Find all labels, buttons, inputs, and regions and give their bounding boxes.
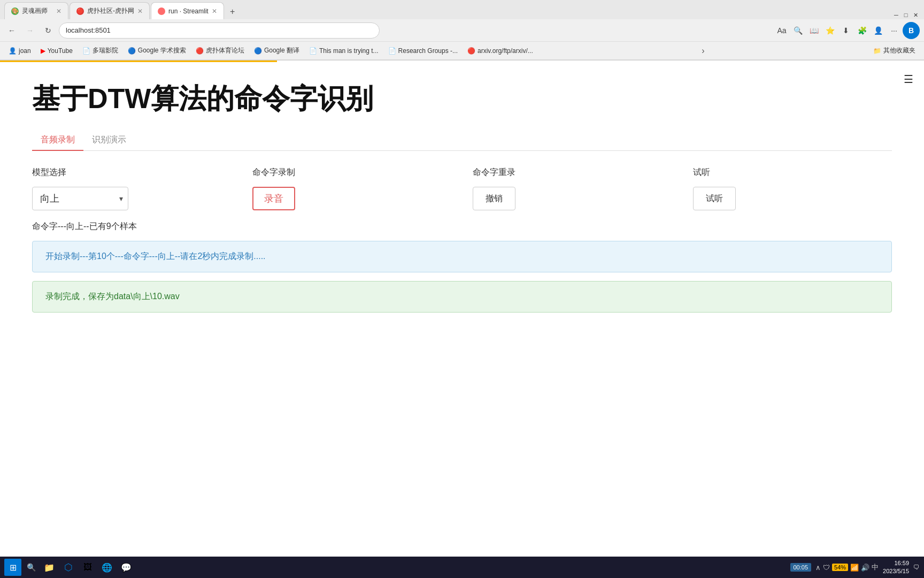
tab-title: 灵魂画师 — [22, 6, 48, 16]
bookmark-duorui[interactable]: 📄 多瑞影院 — [78, 45, 122, 56]
status-text: 命令字---向上--已有9个样本 — [32, 221, 892, 232]
bookmarks-overflow[interactable]: › — [699, 45, 706, 57]
info-message-box: 开始录制---第10个---命令字---向上--请在2秒内完成录制..... — [32, 241, 892, 272]
listen-button[interactable]: 试听 — [693, 187, 736, 210]
bookmark-research-groups[interactable]: 📄 Research Groups -... — [384, 46, 462, 56]
listen-section: 试听 试听 — [693, 167, 892, 210]
forward-button[interactable]: → — [22, 23, 37, 38]
folder-label: 其他收藏夹 — [883, 46, 915, 55]
info-message-text: 开始录制---第10个---命令字---向上--请在2秒内完成录制..... — [45, 252, 266, 261]
listen-label: 试听 — [693, 167, 892, 178]
tab-linghuang[interactable]: 🎨 灵魂画师 ✕ — [4, 2, 68, 19]
read-aloud-icon[interactable]: Aa — [774, 23, 789, 38]
toolbar-icons: Aa 🔍 📖 ⭐ ⬇ 🧩 👤 ··· B — [774, 22, 920, 39]
bookmark-google-scholar[interactable]: 🔵 Google 学术搜索 — [124, 45, 190, 56]
bookmark-icon: 👤 — [9, 47, 17, 55]
rerecord-label: 命令字重录 — [473, 167, 672, 178]
address-input[interactable] — [59, 22, 380, 39]
bookmark-google-translate[interactable]: 🔵 Google 翻译 — [250, 45, 304, 56]
record-label: 命令字录制 — [252, 167, 451, 178]
tab-icon: 🔴 — [76, 7, 84, 15]
bookmark-arxiv[interactable]: 🔴 arxiv.org/ftp/arxiv/... — [463, 46, 537, 56]
tab-title: 虎扑社区-虎扑网 — [87, 6, 134, 16]
bookmark-label: Google 学术搜索 — [138, 46, 186, 55]
arxiv-icon: 🔴 — [467, 47, 475, 55]
bookmark-icon: 📄 — [82, 47, 90, 55]
tab-hupu[interactable]: 🔴 虎扑社区-虎扑网 ✕ — [70, 2, 150, 19]
bookmark-label: 多瑞影院 — [93, 46, 118, 55]
google-icon: 🔵 — [128, 47, 136, 55]
bookmark-hupu-sports[interactable]: 🔴 虎扑体育论坛 — [191, 45, 249, 56]
page-content: ☰ 基于DTW算法的命令字识别 音频录制 识别演示 模型选择 向上 向下 向左 … — [0, 62, 924, 537]
downloads-icon[interactable]: ⬇ — [838, 23, 853, 38]
bookmark-joan[interactable]: 👤 joan — [4, 46, 35, 56]
translate-icon: 🔵 — [254, 47, 262, 55]
bookmark-icon: 📄 — [309, 47, 317, 55]
model-label: 模型选择 — [32, 167, 231, 178]
bookmark-icon: 📄 — [388, 47, 396, 55]
new-tab-button[interactable]: + — [225, 4, 240, 19]
record-button[interactable]: 录音 — [252, 187, 295, 210]
success-message-text: 录制完成，保存为data\向上\10.wav — [45, 292, 180, 301]
bookmark-youtube[interactable]: ▶ YouTube — [36, 46, 77, 56]
minimize-button[interactable]: ─ — [892, 11, 900, 19]
tab-recognition-demo[interactable]: 识别演示 — [83, 130, 135, 151]
tab-icon — [158, 7, 165, 15]
tab-audio-record[interactable]: 音频录制 — [32, 130, 83, 151]
immersive-reader-icon[interactable]: 📖 — [806, 23, 821, 38]
select-wrapper: 向上 向下 向左 向右 ▾ — [32, 187, 128, 210]
record-section: 命令字录制 录音 — [252, 167, 451, 210]
bookmark-label: 虎扑体育论坛 — [206, 46, 244, 55]
tabs-nav: 音频录制 识别演示 — [32, 130, 892, 151]
controls-grid: 模型选择 向上 向下 向左 向右 ▾ 命令字录制 录音 命令字重录 撤销 试听 — [32, 167, 892, 210]
hamburger-menu[interactable]: ☰ — [904, 73, 913, 86]
bookmark-label: YouTube — [48, 47, 73, 55]
bookmark-folder[interactable]: 📁 其他收藏夹 — [869, 45, 920, 56]
address-bar-row: ← → ↻ Aa 🔍 📖 ⭐ ⬇ 🧩 👤 ··· B — [0, 19, 924, 42]
bookmark-icon: 🔴 — [196, 47, 204, 55]
favorites-icon[interactable]: ⭐ — [822, 23, 837, 38]
zoom-icon[interactable]: 🔍 — [790, 23, 805, 38]
model-select[interactable]: 向上 向下 向左 向右 — [32, 187, 128, 210]
bookmark-label: Research Groups -... — [398, 47, 458, 55]
svg-point-0 — [159, 9, 164, 14]
browser-chrome: 🎨 灵魂画师 ✕ 🔴 虎扑社区-虎扑网 ✕ run · Streamlit ✕ … — [0, 0, 924, 60]
bookmark-thisman[interactable]: 📄 This man is trying t... — [305, 46, 383, 56]
tab-icon: 🎨 — [11, 7, 19, 15]
back-button[interactable]: ← — [4, 23, 19, 38]
bookmark-label: Google 翻译 — [264, 46, 299, 55]
tab-title: run · Streamlit — [168, 7, 209, 15]
tab-close[interactable]: ✕ — [56, 7, 61, 15]
tab-close[interactable]: ✕ — [212, 7, 217, 15]
tabs-bar: 🎨 灵魂画师 ✕ 🔴 虎扑社区-虎扑网 ✕ run · Streamlit ✕ … — [0, 0, 924, 19]
close-button[interactable]: ✕ — [911, 11, 920, 19]
tab-streamlit[interactable]: run · Streamlit ✕ — [151, 2, 224, 19]
folder-icon: 📁 — [873, 47, 881, 55]
profile-icon[interactable]: 👤 — [871, 23, 886, 38]
bookmark-label: This man is trying t... — [319, 47, 379, 55]
bookmark-label: arxiv.org/ftp/arxiv/... — [478, 47, 533, 55]
tab-close[interactable]: ✕ — [137, 7, 143, 15]
reload-button[interactable]: ↻ — [41, 23, 56, 38]
bookmark-label: joan — [19, 47, 31, 55]
success-message-box: 录制完成，保存为data\向上\10.wav — [32, 281, 892, 313]
bing-icon[interactable]: B — [903, 22, 920, 39]
bookmarks-bar: 👤 joan ▶ YouTube 📄 多瑞影院 🔵 Google 学术搜索 🔴 … — [0, 42, 924, 60]
maximize-button[interactable]: □ — [902, 11, 910, 19]
extensions-icon[interactable]: 🧩 — [854, 23, 869, 38]
page-title: 基于DTW算法的命令字识别 — [32, 83, 892, 114]
more-button[interactable]: ··· — [887, 23, 902, 38]
youtube-icon: ▶ — [41, 47, 45, 55]
model-select-section: 模型选择 向上 向下 向左 向右 ▾ — [32, 167, 231, 210]
cancel-button[interactable]: 撤销 — [473, 187, 515, 210]
rerecord-section: 命令字重录 撤销 — [473, 167, 672, 210]
